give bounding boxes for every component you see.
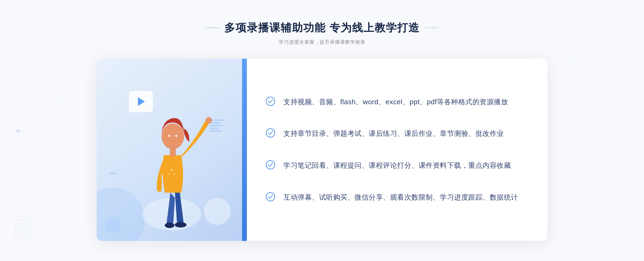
feature-text-1: 支持视频、音频、flash、word、excel、ppt、pdf等各种格式的资源… bbox=[283, 96, 508, 108]
page-subtitle: 学习进度全掌握，提升录播课教学效果 bbox=[206, 39, 438, 45]
feature-item-3: 学习笔记回看、课程提问、课程评论打分、课件资料下载，重点内容收藏 bbox=[266, 150, 526, 182]
feature-text-2: 支持章节目录、弹题考试、课后练习、课后作业、章节测验、批改作业 bbox=[283, 128, 504, 139]
svg-point-10 bbox=[168, 173, 170, 175]
features-panel: 支持视频、音频、flash、word、excel、ppt、pdf等各种格式的资源… bbox=[247, 59, 547, 241]
chevron-left-icon: » bbox=[16, 126, 20, 135]
svg-point-13 bbox=[266, 161, 275, 169]
feature-item-2: 支持章节目录、弹题考试、课后练习、课后作业、章节测验、批改作业 bbox=[266, 118, 526, 150]
check-icon-1 bbox=[266, 96, 275, 106]
svg-point-9 bbox=[174, 173, 175, 175]
main-card: «« bbox=[97, 59, 547, 241]
feature-text-3: 学习笔记回看、课程提问、课程评论打分、课件资料下载，重点内容收藏 bbox=[283, 160, 511, 171]
svg-point-11 bbox=[266, 97, 275, 106]
illustration-panel: «« bbox=[97, 59, 247, 241]
svg-point-12 bbox=[266, 129, 275, 137]
svg-point-3 bbox=[206, 117, 212, 124]
svg-point-8 bbox=[171, 169, 173, 171]
header-dots-right bbox=[425, 27, 438, 28]
check-icon-3 bbox=[266, 160, 275, 170]
check-icon-4 bbox=[266, 192, 275, 202]
deco-circle-small bbox=[105, 217, 121, 233]
svg-point-7 bbox=[175, 135, 177, 137]
feature-item-1: 支持视频、音频、flash、word、excel、ppt、pdf等各种格式的资源… bbox=[266, 86, 526, 118]
page-dots-bottom-left bbox=[13, 218, 35, 240]
bg-dots-right bbox=[564, 48, 590, 91]
svg-point-6 bbox=[168, 135, 170, 137]
card-chevron-icon: «« bbox=[110, 170, 116, 177]
svg-point-14 bbox=[266, 192, 275, 201]
svg-point-2 bbox=[175, 222, 186, 228]
page-header: 多项录播课辅助功能 专为线上教学打造 学习进度全掌握，提升录播课教学效果 bbox=[206, 20, 438, 45]
bg-dots-left bbox=[48, 54, 80, 107]
blue-accent-bar bbox=[242, 59, 247, 241]
feature-item-4: 互动弹幕、试听购买、微信分享、观看次数限制、学习进度跟踪、数据统计 bbox=[266, 182, 526, 213]
check-icon-2 bbox=[266, 128, 275, 138]
page-title: 多项录播课辅助功能 专为线上教学打造 bbox=[224, 20, 419, 35]
human-figure-illustration bbox=[131, 102, 212, 241]
feature-text-4: 互动弹幕、试听购买、微信分享、观看次数限制、学习进度跟踪、数据统计 bbox=[283, 192, 518, 203]
svg-point-1 bbox=[165, 223, 174, 228]
svg-point-5 bbox=[162, 124, 184, 149]
header-dots-left bbox=[206, 27, 219, 28]
